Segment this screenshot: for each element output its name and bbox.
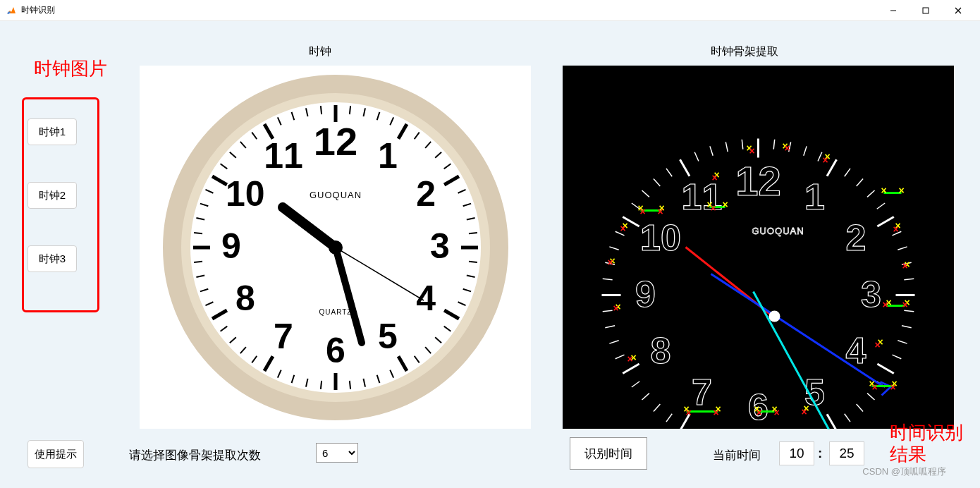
svg-line-50 — [194, 261, 202, 262]
clock1-button[interactable]: 时钟1 — [27, 118, 77, 145]
svg-text:×: × — [711, 172, 717, 183]
clock2-button[interactable]: 时钟2 — [27, 182, 77, 209]
svg-line-35 — [349, 380, 350, 389]
svg-line-7 — [349, 106, 350, 114]
svg-line-127 — [602, 310, 612, 311]
svg-line-123 — [623, 364, 639, 374]
svg-line-140 — [709, 146, 712, 155]
svg-text:6: 6 — [326, 331, 345, 370]
svg-text:×: × — [722, 199, 728, 210]
window-title: 时钟识别 — [21, 4, 55, 16]
svg-text:×: × — [657, 206, 663, 217]
svg-text:×: × — [890, 382, 895, 393]
pivot-point — [768, 310, 780, 322]
svg-text:12: 12 — [735, 157, 781, 203]
svg-text:×: × — [756, 407, 761, 418]
svg-text:×: × — [607, 257, 613, 268]
svg-text:×: × — [902, 260, 907, 272]
sidebar-heading: 时钟图片 — [34, 56, 107, 81]
svg-text:1: 1 — [804, 176, 825, 216]
svg-text:8: 8 — [235, 279, 255, 318]
svg-text:10: 10 — [640, 217, 681, 258]
svg-line-120 — [653, 404, 659, 411]
clock-brand: GUOQUAN — [309, 190, 361, 200]
recognize-time-button[interactable]: 识别时间 — [570, 437, 647, 470]
svg-line-137 — [666, 168, 672, 176]
clock-panel-title: 时钟 — [309, 44, 331, 59]
svg-text:×: × — [627, 353, 632, 365]
svg-text:×: × — [822, 154, 828, 166]
svg-text:7: 7 — [692, 371, 712, 412]
current-time-label: 当前时间 — [713, 447, 761, 463]
svg-line-105 — [867, 393, 874, 399]
minute-output: 25 — [829, 441, 864, 465]
usage-tip-button[interactable]: 使用提示 — [27, 440, 84, 468]
svg-text:9: 9 — [221, 226, 241, 266]
extract-count-select[interactable]: 6 — [316, 443, 358, 463]
svg-line-125 — [609, 340, 618, 343]
maximize-button[interactable] — [909, 0, 942, 21]
svg-line-135 — [642, 190, 649, 196]
close-button[interactable] — [942, 0, 974, 21]
svg-line-22 — [468, 261, 477, 262]
svg-line-106 — [856, 404, 862, 411]
svg-line-126 — [605, 325, 615, 327]
svg-line-52 — [194, 232, 202, 233]
svg-text:12: 12 — [313, 118, 357, 163]
svg-line-93 — [877, 216, 893, 226]
svg-line-89 — [844, 168, 850, 176]
window-controls — [877, 0, 974, 21]
svg-text:×: × — [749, 145, 754, 157]
svg-text:11: 11 — [264, 136, 303, 176]
svg-text:×: × — [881, 185, 886, 196]
svg-line-103 — [877, 364, 893, 374]
svg-line-99 — [904, 310, 914, 311]
svg-text:×: × — [871, 382, 877, 393]
clock3-button[interactable]: 时钟3 — [27, 245, 77, 272]
svg-text:2: 2 — [416, 174, 436, 214]
svg-text:4: 4 — [416, 279, 436, 318]
skeleton-image-panel: 121234567891011 GUOQUAN ××××××××××××××××… — [563, 66, 954, 429]
skeleton-panel-title: 时钟骨架提取 — [711, 44, 778, 59]
extract-count-label: 请选择图像骨架提取次数 — [129, 447, 261, 463]
svg-line-122 — [631, 381, 639, 386]
svg-text:×: × — [898, 185, 904, 196]
watermark-text: CSDN @顶呱呱程序 — [862, 465, 946, 478]
svg-text:×: × — [874, 339, 880, 350]
svg-line-97 — [904, 279, 914, 279]
svg-line-107 — [844, 413, 850, 421]
svg-text:7: 7 — [274, 317, 293, 356]
svg-text:×: × — [773, 407, 779, 418]
skeleton-brand: GUOQUAN — [752, 225, 804, 236]
svg-line-119 — [666, 413, 672, 421]
svg-text:×: × — [893, 224, 898, 235]
svg-text:9: 9 — [635, 274, 656, 315]
svg-line-91 — [867, 190, 874, 196]
svg-line-131 — [609, 246, 618, 249]
matlab-icon — [6, 5, 17, 16]
svg-line-86 — [803, 146, 806, 155]
svg-text:×: × — [710, 202, 716, 214]
svg-line-20 — [468, 232, 477, 233]
svg-text:×: × — [801, 406, 807, 417]
svg-line-129 — [602, 279, 612, 279]
svg-point-82 — [329, 240, 343, 255]
svg-line-87 — [818, 152, 822, 161]
arrow-tip-icon — [880, 382, 890, 395]
svg-text:×: × — [613, 303, 618, 314]
result-annotation: 时间识别结果 — [890, 422, 967, 465]
svg-text:×: × — [713, 407, 718, 418]
svg-line-102 — [892, 355, 901, 359]
minimize-button[interactable] — [877, 0, 909, 21]
svg-line-101 — [898, 340, 907, 343]
svg-line-95 — [898, 246, 907, 249]
svg-line-142 — [742, 139, 742, 149]
svg-text:×: × — [882, 299, 888, 310]
svg-line-141 — [725, 142, 728, 152]
svg-line-84 — [773, 139, 774, 149]
time-colon: : — [818, 446, 822, 461]
svg-text:5: 5 — [378, 317, 398, 356]
svg-text:×: × — [784, 142, 790, 154]
skeleton-graphic: 121234567891011 GUOQUAN ××××××××××××××××… — [563, 66, 954, 429]
svg-line-100 — [901, 325, 911, 327]
